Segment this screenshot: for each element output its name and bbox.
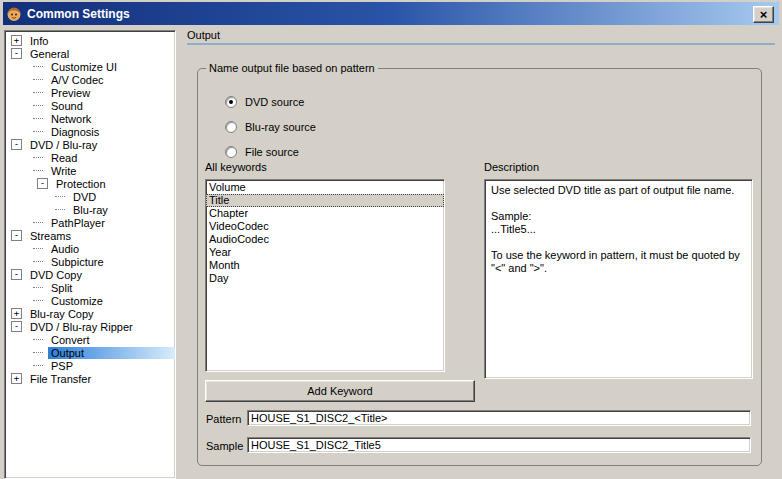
tree-item-output[interactable]: Output xyxy=(5,346,175,359)
keyword-item-title[interactable]: Title xyxy=(206,194,444,207)
expand-icon[interactable]: + xyxy=(11,373,22,384)
tree-item-av-codec[interactable]: A/V Codec xyxy=(5,73,175,86)
keyword-item-volume[interactable]: Volume xyxy=(206,181,444,194)
tree-item-label: Diagnosis xyxy=(48,126,102,138)
tree-item-label: Preview xyxy=(48,87,93,99)
tree-connector xyxy=(33,287,43,288)
description-text: Use selected DVD title as part of output… xyxy=(491,184,746,275)
collapse-icon[interactable]: - xyxy=(11,321,22,332)
tree-item-protection-dvd[interactable]: DVD xyxy=(5,190,175,203)
pattern-label: Pattern xyxy=(206,413,241,425)
tree-item-label: Convert xyxy=(48,334,93,346)
tree-item-write[interactable]: Write xyxy=(5,164,175,177)
tree-item-dvd-bluray[interactable]: -DVD / Blu-ray xyxy=(5,138,175,151)
tree-item-label: File Transfer xyxy=(27,373,94,385)
radio-label: Blu-ray source xyxy=(245,121,316,133)
tree-item-label: Output xyxy=(48,347,175,359)
collapse-icon[interactable]: - xyxy=(11,269,22,280)
pattern-groupbox: Name output file based on pattern DVD so… xyxy=(197,68,762,466)
groupbox-title: Name output file based on pattern xyxy=(206,62,378,74)
tree-item-protection[interactable]: -Protection xyxy=(5,177,175,190)
tree-item-label: Blu-ray xyxy=(70,204,111,216)
keyword-item-audiocodec[interactable]: AudioCodec xyxy=(206,233,444,246)
tree-item-protection-bluray[interactable]: Blu-ray xyxy=(5,203,175,216)
app-icon xyxy=(6,6,22,22)
tree-connector xyxy=(33,105,43,106)
keyword-item-day[interactable]: Day xyxy=(206,272,444,285)
tree-connector xyxy=(55,196,65,197)
tree-item-general[interactable]: -General xyxy=(5,47,175,60)
add-keyword-button[interactable]: Add Keyword xyxy=(205,380,475,402)
tree-item-label: DVD xyxy=(70,191,99,203)
close-icon: × xyxy=(760,8,768,21)
tree-item-label: PSP xyxy=(48,360,76,372)
tree-item-label: Write xyxy=(48,165,79,177)
tree-item-dvd-bluray-ripper[interactable]: -DVD / Blu-ray Ripper xyxy=(5,320,175,333)
tree-item-sound[interactable]: Sound xyxy=(5,99,175,112)
tree-item-label: Subpicture xyxy=(48,256,107,268)
keywords-listbox[interactable]: Volume Title Chapter VideoCodec AudioCod… xyxy=(205,179,445,372)
tree-connector xyxy=(33,118,43,119)
radio-label: DVD source xyxy=(245,96,304,108)
tree-item-psp[interactable]: PSP xyxy=(5,359,175,372)
tree-item-streams[interactable]: -Streams xyxy=(5,229,175,242)
header-divider xyxy=(187,43,775,45)
keyword-item-year[interactable]: Year xyxy=(206,246,444,259)
keyword-item-month[interactable]: Month xyxy=(206,259,444,272)
tree-item-read[interactable]: Read xyxy=(5,151,175,164)
collapse-icon[interactable]: - xyxy=(37,178,48,189)
keyword-item-chapter[interactable]: Chapter xyxy=(206,207,444,220)
tree-item-info[interactable]: +Info xyxy=(5,34,175,47)
tree-item-bluray-copy[interactable]: +Blu-ray Copy xyxy=(5,307,175,320)
tree-item-diagnosis[interactable]: Diagnosis xyxy=(5,125,175,138)
tree-connector xyxy=(33,222,43,223)
radio-selected-icon xyxy=(225,96,237,108)
tree-item-label: DVD Copy xyxy=(27,269,85,281)
tree-item-label: DVD / Blu-ray xyxy=(27,139,100,151)
tree-item-split[interactable]: Split xyxy=(5,281,175,294)
tree-item-customize-ui[interactable]: Customize UI xyxy=(5,60,175,73)
tree-item-audio[interactable]: Audio xyxy=(5,242,175,255)
collapse-icon[interactable]: - xyxy=(11,139,22,150)
tree-connector xyxy=(33,339,43,340)
tree-connector xyxy=(33,131,43,132)
tree-item-network[interactable]: Network xyxy=(5,112,175,125)
radio-bluray-source[interactable]: Blu-ray source xyxy=(225,120,316,133)
tree-item-customize[interactable]: Customize xyxy=(5,294,175,307)
radio-dvd-source[interactable]: DVD source xyxy=(225,95,304,108)
tree-connector xyxy=(33,300,43,301)
tree-item-label: Sound xyxy=(48,100,86,112)
all-keywords-label: All keywords xyxy=(205,161,267,173)
tree-connector xyxy=(33,261,43,262)
tree-connector xyxy=(55,209,65,210)
tree-item-label: Customize xyxy=(48,295,106,307)
tree-item-dvd-copy[interactable]: -DVD Copy xyxy=(5,268,175,281)
radio-icon xyxy=(225,146,237,158)
tree-item-file-transfer[interactable]: +File Transfer xyxy=(5,372,175,385)
close-button[interactable]: × xyxy=(753,6,774,23)
tree-item-label: General xyxy=(27,48,72,60)
tree-item-label: PathPlayer xyxy=(48,217,108,229)
collapse-icon[interactable]: - xyxy=(11,48,22,59)
tree-item-label: Read xyxy=(48,152,80,164)
tree-item-pathplayer[interactable]: PathPlayer xyxy=(5,216,175,229)
tree-connector xyxy=(33,248,43,249)
keyword-item-videocodec[interactable]: VideoCodec xyxy=(206,220,444,233)
pattern-input[interactable] xyxy=(247,410,751,426)
window-title: Common Settings xyxy=(27,7,130,21)
tree-item-convert[interactable]: Convert xyxy=(5,333,175,346)
tree-item-label: Customize UI xyxy=(48,61,120,73)
tree-item-subpicture[interactable]: Subpicture xyxy=(5,255,175,268)
expand-icon[interactable]: + xyxy=(11,308,22,319)
tree-item-label: A/V Codec xyxy=(48,74,107,86)
tree-connector xyxy=(33,92,43,93)
tree-item-preview[interactable]: Preview xyxy=(5,86,175,99)
radio-file-source[interactable]: File source xyxy=(225,145,299,158)
tree-item-label: DVD / Blu-ray Ripper xyxy=(27,321,136,333)
settings-tree[interactable]: +Info -General Customize UI A/V Codec Pr… xyxy=(4,30,176,479)
common-settings-window: Common Settings × +Info -General Customi… xyxy=(0,0,782,479)
expand-icon[interactable]: + xyxy=(11,35,22,46)
collapse-icon[interactable]: - xyxy=(11,230,22,241)
sample-input[interactable] xyxy=(247,437,751,453)
tree-item-label: Protection xyxy=(53,178,109,190)
